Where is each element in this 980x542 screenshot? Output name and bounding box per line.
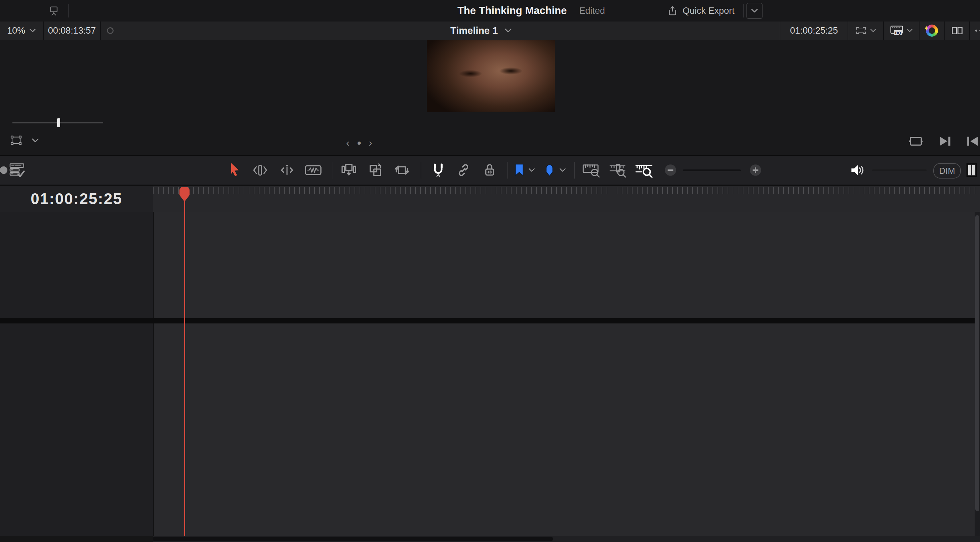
video-audio-divider[interactable] — [0, 318, 980, 324]
record-timecode-value: 01:00:25:25 — [790, 26, 838, 36]
page-chevron-button[interactable] — [746, 3, 762, 19]
vertical-scrollbar[interactable] — [975, 212, 980, 536]
speaker-icon[interactable] — [850, 156, 865, 185]
vertical-scroll-handle[interactable] — [975, 215, 979, 511]
export-icon[interactable] — [667, 5, 678, 16]
zoom-out-button[interactable] — [664, 156, 677, 185]
jog-handle[interactable] — [57, 118, 60, 127]
playback-quality-select[interactable]: HQ — [884, 22, 920, 40]
hq-proxy-icon: HQ — [890, 25, 904, 36]
viewer-options-button[interactable] — [970, 22, 980, 40]
replace-clip-button[interactable] — [393, 156, 410, 185]
trim-edit-mode-button[interactable] — [251, 156, 269, 185]
viewer-video-frame[interactable] — [427, 40, 555, 112]
link-clips-button[interactable] — [457, 156, 471, 185]
project-status: Edited — [579, 6, 605, 16]
dual-panel-icon — [951, 26, 963, 35]
timeline-timecode-display: 01:00:25:25 — [0, 186, 154, 212]
flag-color-chevron[interactable] — [528, 156, 535, 185]
grade-bypass-button[interactable]: ✦ — [920, 22, 945, 40]
position-lock-button[interactable] — [483, 156, 496, 185]
zoom-button[interactable] — [33, 7, 41, 15]
project-title: The Thinking Machine — [457, 5, 567, 17]
transport-right — [907, 135, 979, 147]
marker-button[interactable] — [544, 156, 555, 185]
snapping-button[interactable] — [431, 156, 445, 185]
viewer-transform-select[interactable] — [848, 22, 884, 40]
edit-toolbar: DIM — [0, 156, 980, 186]
svg-text:HQ: HQ — [895, 31, 901, 35]
project-title-area: The Thinking Machine Edited — [417, 0, 605, 22]
panel-split-icon[interactable] — [966, 156, 977, 185]
viewer-transform-controls — [10, 134, 39, 147]
dim-label: DIM — [939, 166, 955, 176]
source-timecode-value: 00:08:13:57 — [48, 26, 96, 36]
viewer-zoom-select[interactable]: 10% — [0, 22, 44, 40]
zoom-in-button[interactable] — [749, 156, 762, 185]
horizontal-scroll-handle[interactable] — [153, 537, 553, 541]
chevron-down-icon — [870, 28, 876, 33]
quick-export-button[interactable]: Quick Export — [682, 6, 735, 16]
timeline-zoom-slider[interactable] — [683, 169, 741, 171]
dim-button[interactable]: DIM — [933, 163, 961, 179]
viewer-area: ‹ ● › — [0, 40, 980, 155]
flag-button[interactable] — [514, 156, 525, 185]
timeline-view-options-button[interactable] — [9, 156, 26, 185]
razor-tool-button[interactable] — [304, 156, 323, 185]
ellipsis-icon — [975, 29, 980, 32]
ruler-ticks — [153, 187, 980, 194]
chevron-down-icon — [907, 28, 913, 33]
horizontal-scrollbar[interactable] — [153, 536, 980, 542]
window-controls — [0, 7, 48, 15]
viewer-zoom-value: 10% — [7, 26, 25, 36]
top-bar-right: Quick Export — [667, 0, 762, 22]
davinci-resolve-window: The Thinking Machine Edited Quick Export… — [0, 0, 980, 542]
dynamic-trim-button[interactable] — [278, 156, 296, 185]
timeline-ruler[interactable] — [153, 186, 980, 212]
dual-viewer-button[interactable] — [945, 22, 970, 40]
clip-nav: ‹ ● › — [346, 137, 372, 148]
record-timecode[interactable]: 01:00:25:25 — [780, 22, 848, 40]
next-edit-icon[interactable] — [938, 136, 952, 147]
chevron-down-icon — [504, 28, 512, 33]
marker-color-chevron[interactable] — [559, 156, 566, 185]
cache-indicator — [107, 27, 114, 34]
volume-thumb[interactable] — [0, 166, 7, 174]
prev-clip-icon[interactable]: ‹ — [346, 137, 350, 148]
close-button[interactable] — [7, 7, 15, 15]
playhead[interactable] — [184, 187, 185, 536]
timeline-body — [0, 212, 980, 536]
timeline-name: Timeline 1 — [450, 25, 498, 36]
source-timecode[interactable]: 00:08:13:57 — [44, 22, 101, 40]
chevron-down-icon[interactable] — [32, 138, 39, 143]
chevron-down-icon — [29, 28, 36, 33]
presentation-icon[interactable] — [48, 5, 59, 16]
prev-edit-icon[interactable] — [966, 136, 979, 147]
current-clip-dot: ● — [357, 139, 361, 147]
next-clip-icon[interactable]: › — [369, 137, 372, 148]
loop-range-icon[interactable] — [907, 135, 924, 147]
zoom-full-extent-button[interactable] — [582, 156, 601, 185]
crop-bracket-icon — [855, 26, 867, 35]
minimize-button[interactable] — [20, 7, 28, 15]
viewer-toolbar: 10% 00:08:13:57 Timeline 1 01:00:25:25 H… — [0, 22, 980, 40]
zoom-custom-button[interactable] — [635, 156, 653, 185]
selection-tool-button[interactable] — [229, 156, 242, 185]
volume-slider[interactable] — [872, 169, 927, 171]
track-header-column — [0, 212, 154, 536]
overwrite-clip-button[interactable] — [368, 156, 384, 185]
insert-clip-button[interactable] — [340, 156, 357, 185]
timeline-current-timecode: 01:00:25:25 — [30, 190, 123, 208]
timeline-selector[interactable]: Timeline 1 — [450, 25, 512, 36]
transform-icon[interactable] — [10, 134, 23, 147]
zoom-detail-button[interactable] — [609, 156, 627, 185]
